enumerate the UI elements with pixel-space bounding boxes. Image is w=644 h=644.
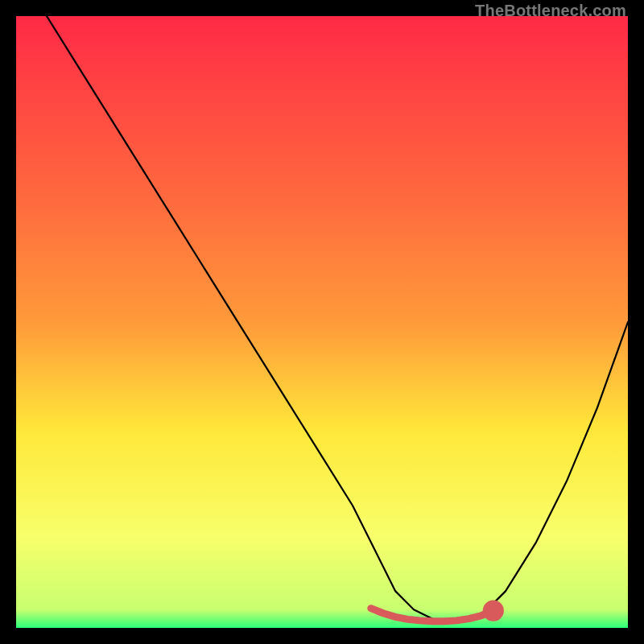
plot-area	[16, 16, 628, 628]
chart-svg	[16, 16, 628, 628]
chart-frame: TheBottleneck.com	[0, 0, 644, 644]
highlight-endpoint-dot	[483, 601, 504, 621]
gradient-background	[16, 16, 628, 628]
